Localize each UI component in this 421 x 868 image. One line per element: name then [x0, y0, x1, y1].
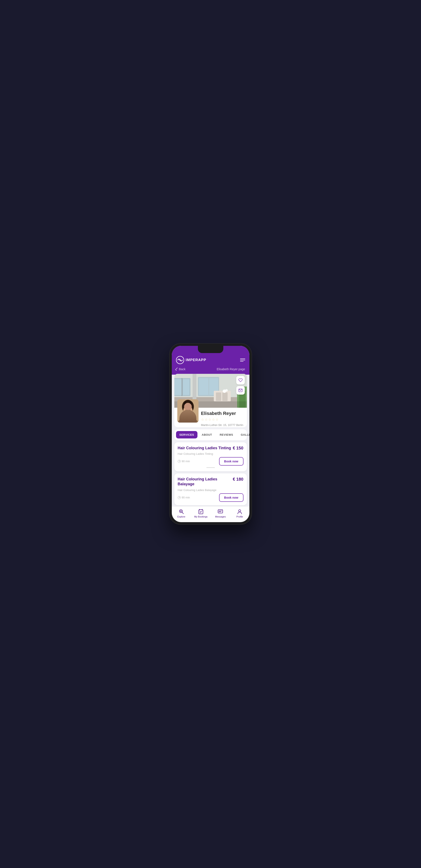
service-card-2: Hair Colouring Ladies Balayage € 180 Hai…: [174, 473, 247, 505]
service-name-2: Hair Colouring Ladies Balayage: [178, 477, 231, 487]
chevron-left-icon: [175, 368, 178, 371]
book-button-2[interactable]: Book now: [219, 493, 244, 502]
avatar: [177, 399, 198, 423]
nav-profile[interactable]: Profile: [233, 508, 246, 518]
svg-point-38: [201, 511, 202, 512]
service-desc-2: Hair Colouring Ladies Balayage: [178, 489, 244, 492]
clock-icon-2: [178, 496, 181, 499]
svg-rect-41: [218, 510, 223, 513]
bottom-nav: Explore My Bookings: [172, 506, 249, 522]
star-1: ☆: [201, 417, 204, 422]
nav-explore[interactable]: Explore: [175, 508, 188, 518]
svg-point-44: [238, 510, 241, 512]
back-button[interactable]: Back: [176, 368, 186, 371]
nav-bookings[interactable]: My Bookings: [194, 508, 208, 518]
profile-label: Profile: [236, 516, 243, 518]
svg-rect-21: [177, 399, 198, 423]
profile-section: Elisabeth Reyer ☆ ☆ ☆ ☆ ☆ Martin-Luther-…: [174, 374, 247, 427]
menu-button[interactable]: [240, 359, 245, 362]
back-label: Back: [179, 368, 186, 371]
svg-rect-6: [183, 379, 189, 395]
svg-point-39: [200, 512, 200, 513]
service-desc-1: Hair Colouring Ladies Tinting: [178, 452, 244, 456]
phone-screen: IMPERAPP Back Elisabeth Reyer page: [172, 346, 249, 522]
tab-about[interactable]: ABOUT: [198, 431, 216, 438]
card-divider-1: [206, 467, 215, 468]
tabs-container: SERVICES ABOUT REVIEWS GALLERY: [174, 429, 247, 440]
svg-rect-15: [216, 393, 221, 401]
bookings-icon: [198, 508, 204, 515]
tabs: SERVICES ABOUT REVIEWS GALLERY: [176, 431, 245, 438]
logo-icon: [176, 356, 184, 364]
svg-point-23: [183, 405, 193, 416]
service-duration-1: 90 min: [178, 460, 190, 463]
star-5: ☆: [216, 417, 219, 422]
service-header-1: Hair Colouring Ladies Tinting € 150: [178, 446, 244, 451]
mail-icon: [238, 388, 243, 393]
duration-text-2: 90 min: [182, 496, 190, 499]
service-price-1: € 150: [233, 446, 243, 451]
service-card-1: Hair Colouring Ladies Tinting € 150 Hair…: [174, 442, 247, 471]
star-2: ☆: [205, 417, 208, 422]
favorite-button[interactable]: [236, 376, 245, 384]
svg-line-30: [182, 512, 184, 514]
messages-icon: [217, 508, 223, 515]
tab-services[interactable]: SERVICES: [176, 431, 198, 438]
page-breadcrumb: Elisabeth Reyer page: [217, 368, 245, 371]
service-name-1: Hair Colouring Ladies Tinting: [178, 446, 231, 451]
star-4: ☆: [212, 417, 215, 422]
explore-icon: [178, 508, 184, 515]
duration-text-1: 90 min: [182, 460, 190, 463]
header-top: IMPERAPP: [176, 356, 245, 364]
avatar-image: [177, 399, 198, 423]
tab-reviews[interactable]: REVIEWS: [216, 431, 236, 438]
svg-point-40: [201, 512, 201, 513]
profile-icon: [237, 508, 243, 515]
profile-name: Elisabeth Reyer: [201, 411, 244, 416]
notch: [198, 346, 223, 353]
nav-bar: Back Elisabeth Reyer page: [176, 367, 245, 373]
phone-frame: IMPERAPP Back Elisabeth Reyer page: [169, 343, 252, 525]
star-rating: ☆ ☆ ☆ ☆ ☆: [201, 417, 244, 422]
app-name: IMPERAPP: [186, 358, 206, 362]
message-button[interactable]: [236, 386, 245, 395]
svg-rect-16: [222, 393, 228, 401]
explore-label: Explore: [177, 516, 185, 518]
service-duration-2: 90 min: [178, 496, 190, 499]
service-price-2: € 180: [233, 477, 243, 482]
heart-icon: [238, 378, 243, 382]
bookings-label: My Bookings: [194, 516, 208, 518]
svg-point-37: [201, 511, 201, 512]
book-button-1[interactable]: Book now: [219, 457, 244, 466]
logo-container: IMPERAPP: [176, 356, 206, 364]
svg-point-1: [179, 359, 181, 361]
service-footer-1: 90 min Book now: [178, 457, 244, 466]
profile-address: Martin-Luther-Str. 15, 10777 Berlin: [201, 423, 244, 427]
svg-point-18: [225, 389, 228, 392]
svg-point-25: [186, 401, 190, 405]
clock-icon-1: [178, 460, 181, 463]
svg-rect-10: [199, 378, 208, 395]
avatar-svg: [177, 399, 198, 423]
profile-info: Elisabeth Reyer ☆ ☆ ☆ ☆ ☆ Martin-Luther-…: [174, 408, 247, 427]
service-header-2: Hair Colouring Ladies Balayage € 180: [178, 477, 244, 487]
messages-label: Messages: [215, 516, 226, 518]
star-3: ☆: [208, 417, 211, 422]
svg-point-36: [200, 511, 200, 512]
svg-point-27: [189, 410, 190, 411]
nav-messages[interactable]: Messages: [214, 508, 227, 518]
action-buttons: [236, 376, 245, 395]
svg-point-26: [186, 410, 187, 411]
profile-details: Elisabeth Reyer ☆ ☆ ☆ ☆ ☆ Martin-Luther-…: [201, 410, 244, 427]
svg-rect-5: [174, 379, 182, 395]
service-footer-2: 90 min Book now: [178, 493, 244, 502]
tab-gallery[interactable]: GALLERY: [237, 431, 249, 438]
